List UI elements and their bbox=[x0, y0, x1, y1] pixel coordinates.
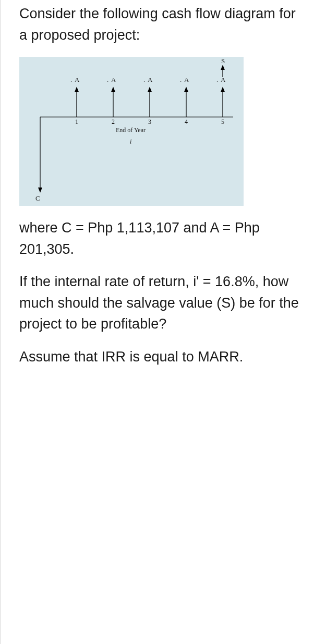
dot-a2: . bbox=[107, 76, 108, 84]
dot-a4: . bbox=[180, 76, 182, 84]
arrow-c-head bbox=[38, 188, 42, 193]
label-c: C bbox=[35, 194, 40, 202]
tick-5: 5 bbox=[221, 118, 224, 125]
label-s: S bbox=[221, 57, 225, 65]
arrow-a3-head bbox=[148, 87, 152, 92]
question-paragraph: If the internal rate of return, i' = 16.… bbox=[19, 271, 304, 335]
label-a3: A bbox=[148, 76, 153, 84]
dot-a1: . bbox=[70, 76, 72, 84]
rate-label: i bbox=[130, 138, 131, 145]
tick-1: 1 bbox=[75, 118, 78, 125]
label-a1: A bbox=[75, 76, 80, 84]
axis-label: End of Year bbox=[116, 126, 146, 134]
dot-a3: . bbox=[143, 76, 145, 84]
diagram-svg: C . A 1 . A 2 . A 3 . A 4 bbox=[19, 57, 244, 206]
arrow-a2-head bbox=[111, 87, 115, 92]
arrow-a5-head bbox=[221, 87, 225, 92]
arrow-a1-head bbox=[75, 87, 79, 92]
label-a2: A bbox=[111, 76, 116, 84]
where-paragraph: where C = Php 1,113,107 and A = Php 201,… bbox=[19, 217, 304, 260]
cash-flow-diagram: C . A 1 . A 2 . A 3 . A 4 bbox=[19, 57, 244, 206]
dot-a5: . bbox=[216, 76, 218, 84]
arrow-a4-head bbox=[184, 87, 188, 92]
question-page: Consider the following cash flow diagram… bbox=[0, 0, 314, 644]
label-a4: A bbox=[184, 76, 189, 84]
intro-paragraph: Consider the following cash flow diagram… bbox=[19, 3, 304, 45]
tick-3: 3 bbox=[148, 118, 151, 125]
label-a5: A bbox=[221, 76, 226, 84]
arrow-s-head bbox=[221, 65, 225, 70]
tick-4: 4 bbox=[185, 118, 188, 125]
tick-2: 2 bbox=[112, 118, 115, 125]
assume-paragraph: Assume that IRR is equal to MARR. bbox=[19, 346, 304, 368]
